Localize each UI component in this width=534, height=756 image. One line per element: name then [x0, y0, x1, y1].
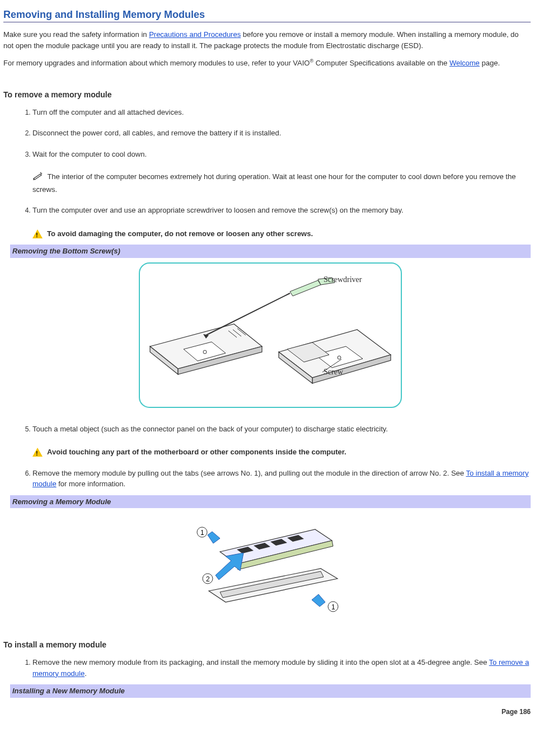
figure2: 1 2 1 — [10, 513, 531, 619]
intro-text-2a: For memory upgrades and information abou… — [3, 59, 310, 67]
install1-text-b: . — [85, 669, 87, 678]
remove-step-5: Touch a metal object (such as the connec… — [32, 424, 531, 458]
link-precautions[interactable]: Precautions and Procedures — [149, 30, 241, 39]
figure1-label-screw: Screw — [324, 368, 344, 376]
note-icon — [32, 171, 44, 184]
step3-note-text: The interior of the computer becomes ext… — [32, 173, 516, 194]
svg-text:2: 2 — [206, 575, 210, 583]
page-title: Removing and Installing Memory Modules — [3, 9, 531, 22]
step3-text: Wait for the computer to cool down. — [32, 150, 147, 158]
remove-steps-list: Turn off the computer and all attached d… — [3, 107, 531, 619]
figure1-caption: Removing the Bottom Screw(s) — [10, 245, 531, 258]
intro-paragraph-1: Make sure you read the safety informatio… — [3, 29, 531, 51]
install-heading: To install a memory module — [3, 640, 531, 649]
remove-step-4: Turn the computer over and use an approp… — [32, 205, 531, 408]
step4-text: Turn the computer over and use an approp… — [32, 206, 404, 214]
page-number: Page 186 — [3, 708, 531, 716]
step5-text: Touch a metal object (such as the connec… — [32, 425, 388, 433]
figure2-svg: 1 2 1 — [181, 513, 360, 619]
intro-text-2b: Computer Specifications available on the — [313, 59, 449, 67]
remove-step-6: Remove the memory module by pulling out … — [32, 468, 531, 619]
install-step-1: Remove the new memory module from its pa… — [32, 657, 531, 698]
caution-icon — [32, 229, 43, 238]
remove-step-2: Disconnect the power cord, all cables, a… — [32, 128, 531, 139]
figure2-caption: Removing a Memory Module — [10, 495, 531, 509]
svg-text:1: 1 — [331, 603, 335, 611]
remove-step-1: Turn off the computer and all attached d… — [32, 107, 531, 118]
figure1-label-screwdriver: Screwdriver — [324, 275, 362, 284]
install1-text-a: Remove the new memory module from its pa… — [32, 658, 489, 666]
step4-caution-text: To avoid damaging the computer, do not r… — [47, 228, 313, 240]
svg-point-6 — [338, 356, 341, 359]
step6-text-a: Remove the memory module by pulling out … — [32, 469, 466, 477]
remove-step-3: Wait for the computer to cool down. The … — [32, 149, 531, 195]
step5-caution: Avoid touching any part of the motherboa… — [32, 447, 531, 458]
intro-paragraph-2: For memory upgrades and information abou… — [3, 58, 531, 69]
caution-icon — [32, 448, 43, 457]
intro-text-1a: Make sure you read the safety informatio… — [3, 30, 149, 39]
link-welcome[interactable]: Welcome — [449, 59, 480, 67]
step5-caution-text: Avoid touching any part of the motherboa… — [47, 447, 346, 458]
intro-text-2c: page. — [480, 59, 500, 67]
svg-text:1: 1 — [200, 529, 204, 537]
remove-heading: To remove a memory module — [3, 90, 531, 99]
svg-line-5 — [206, 293, 290, 335]
svg-point-1 — [203, 350, 207, 354]
step4-caution: To avoid damaging the computer, do not r… — [32, 228, 531, 240]
figure1-svg: Screwdriver Screw — [139, 262, 402, 408]
step6-text-b: for more information. — [57, 480, 126, 488]
install-steps-list: Remove the new memory module from its pa… — [3, 657, 531, 698]
figure1: Screwdriver Screw — [10, 262, 531, 408]
figure3-caption: Installing a New Memory Module — [10, 684, 531, 698]
